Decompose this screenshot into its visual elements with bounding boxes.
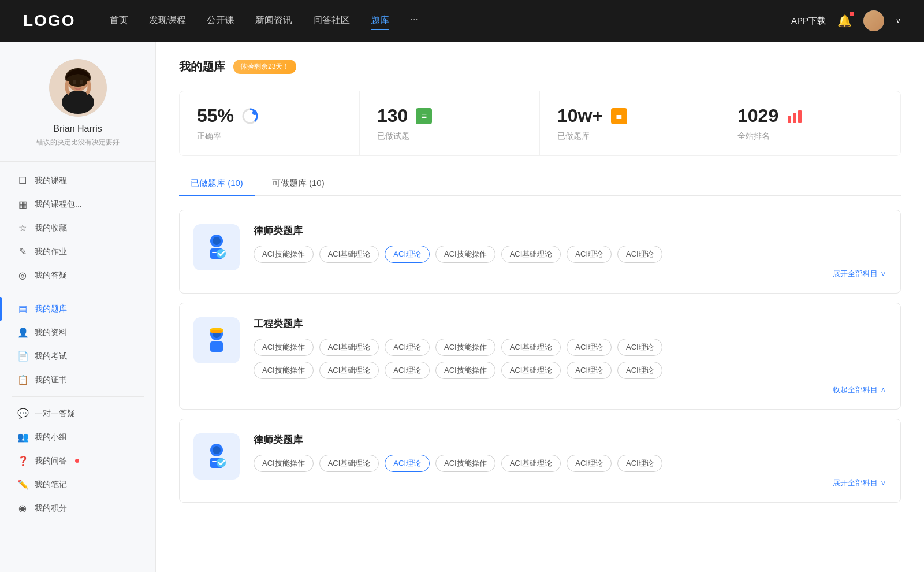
tag-e1-1[interactable]: ACI技能操作 [254,339,314,356]
tag-e1-4[interactable]: ACI技能操作 [435,339,495,356]
page-title: 我的题库 [179,59,225,75]
sidebar-item-group[interactable]: 👥 我的小组 [0,425,155,449]
profile-avatar [49,59,107,117]
tag-l2-7[interactable]: ACI理论 [617,455,662,472]
nav-home[interactable]: 首页 [110,12,128,30]
sidebar-item-notes[interactable]: ✏️ 我的笔记 [0,473,155,496]
svg-point-4 [73,80,76,84]
tag-l1-7[interactable]: ACI理论 [617,246,662,263]
tag-l2-5[interactable]: ACI基础理论 [501,455,561,472]
sidebar-item-favorites[interactable]: ☆ 我的收藏 [0,216,155,240]
sidebar-label-question-bank: 我的题库 [35,304,67,314]
nav-discover[interactable]: 发现课程 [149,12,186,30]
tag-e2-7[interactable]: ACI理论 [617,362,662,379]
sidebar-item-course-pack[interactable]: ▦ 我的课程包... [0,192,155,216]
tag-l2-3[interactable]: ACI理论 [385,455,430,472]
chart-icon-shape [787,108,803,124]
tag-l2-1[interactable]: ACI技能操作 [254,455,314,472]
app-download-link[interactable]: APP下载 [791,16,826,27]
bank-content-engineer: 工程类题库 ACI技能操作 ACI基础理论 ACI理论 ACI技能操作 ACI基… [254,317,886,395]
tab-done[interactable]: 已做题库 (10) [179,172,255,196]
stats-row: 55% 正确率 130 ≡ [179,91,901,156]
tag-l1-6[interactable]: ACI理论 [567,246,612,263]
accuracy-label: 正确率 [197,131,342,142]
tag-l1-4[interactable]: ACI技能操作 [435,246,495,263]
bell-icon: 🔔 [837,14,852,27]
tag-l2-4[interactable]: ACI技能操作 [435,455,495,472]
sidebar-item-my-course[interactable]: ☐ 我的课程 [0,169,155,192]
svg-point-26 [217,458,226,467]
tag-e2-6[interactable]: ACI理论 [567,362,612,379]
trial-badge: 体验剩余23天！ [233,60,296,74]
tag-l1-1[interactable]: ACI技能操作 [254,246,314,263]
banks-value: 10w+ [557,105,603,127]
tag-e2-3[interactable]: ACI理论 [385,362,430,379]
sidebar-label-favorites: 我的收藏 [35,223,67,233]
collapse-engineer[interactable]: 收起全部科目 ∧ [254,385,886,395]
avatar-image [863,10,884,31]
sidebar-label-points: 我的积分 [35,503,67,514]
avatar[interactable] [863,10,884,31]
sidebar-label-notes: 我的笔记 [35,480,67,490]
sidebar-item-my-qa[interactable]: ◎ 我的答疑 [0,263,155,287]
question-icon: ❓ [17,455,28,466]
ranking-value: 1029 [737,105,778,127]
sidebar-item-questions[interactable]: ❓ 我的问答 [0,449,155,473]
nav-open-course[interactable]: 公开课 [207,12,234,30]
banks-label: 已做题库 [557,131,702,142]
list-icon-square: ≣ [611,108,627,124]
stat-ranking: 1029 全站排名 [720,91,900,155]
tab-available[interactable]: 可做题库 (10) [260,172,336,196]
bank-content-lawyer-2: 律师类题库 ACI技能操作 ACI基础理论 ACI理论 ACI技能操作 ACI基… [254,433,886,488]
tag-e2-1[interactable]: ACI技能操作 [254,362,314,379]
main-layout: Brian Harris 错误的决定比没有决定要好 ☐ 我的课程 ▦ 我的课程包… [0,42,924,572]
sidebar-item-my-data[interactable]: 👤 我的资料 [0,321,155,344]
tag-l2-6[interactable]: ACI理论 [567,455,612,472]
notification-bell[interactable]: 🔔 [837,14,852,28]
user-dropdown-arrow[interactable]: ∨ [896,17,901,25]
accuracy-icon [241,107,259,125]
engineer-icon-wrap [193,317,240,363]
course-icon: ☐ [17,175,28,186]
bank-card-engineer: 工程类题库 ACI技能操作 ACI基础理论 ACI理论 ACI技能操作 ACI基… [179,303,901,410]
svg-rect-25 [212,461,217,462]
sidebar-item-my-exam[interactable]: 📄 我的考试 [0,344,155,368]
logo[interactable]: LOGO [23,12,75,30]
sidebar-item-points[interactable]: ◉ 我的积分 [0,496,155,520]
sidebar-label-my-exam: 我的考试 [35,351,67,362]
accuracy-value: 55% [197,105,234,127]
expand-lawyer-2[interactable]: 展开全部科目 ∨ [254,478,886,488]
stat-done-questions: 130 ≡ 已做试题 [360,91,540,155]
nav-news[interactable]: 新闻资讯 [255,12,292,30]
nav-qa[interactable]: 问答社区 [313,12,350,30]
tag-e2-5[interactable]: ACI基础理论 [501,362,561,379]
tag-l2-2[interactable]: ACI基础理论 [319,455,379,472]
navbar-right: APP下载 🔔 ∨ [791,10,901,31]
tag-e1-7[interactable]: ACI理论 [617,339,662,356]
tag-e1-2[interactable]: ACI基础理论 [319,339,379,356]
tag-l1-2[interactable]: ACI基础理论 [319,246,379,263]
tag-e1-3[interactable]: ACI理论 [385,339,430,356]
chart-icon [785,107,804,125]
tag-l1-5[interactable]: ACI基础理论 [501,246,561,263]
tag-l1-3[interactable]: ACI理论 [385,246,430,263]
sidebar-item-certificate[interactable]: 📋 我的证书 [0,368,155,392]
tag-e1-5[interactable]: ACI基础理论 [501,339,561,356]
tag-e2-4[interactable]: ACI技能操作 [435,362,495,379]
sidebar-item-1on1[interactable]: 💬 一对一答疑 [0,402,155,425]
bank-icon: ▤ [17,303,28,314]
tag-e2-2[interactable]: ACI基础理论 [319,362,379,379]
expand-lawyer-1[interactable]: 展开全部科目 ∨ [254,269,886,279]
nav-more[interactable]: ··· [410,12,418,30]
sidebar-item-question-bank[interactable]: ▤ 我的题库 [0,297,155,321]
sidebar-label-my-qa: 我的答疑 [35,270,67,281]
stat-top-ranking: 1029 [737,105,883,127]
data-icon: 👤 [17,327,28,338]
tag-e1-6[interactable]: ACI理论 [567,339,612,356]
sidebar-profile: Brian Harris 错误的决定比没有决定要好 [0,59,155,162]
bank-title-engineer: 工程类题库 [254,317,886,330]
sidebar-item-homework[interactable]: ✎ 我的作业 [0,240,155,263]
done-value: 130 [377,105,408,127]
nav-question-bank[interactable]: 题库 [371,12,389,30]
nav-menu: 首页 发现课程 公开课 新闻资讯 问答社区 题库 ··· [110,12,791,30]
